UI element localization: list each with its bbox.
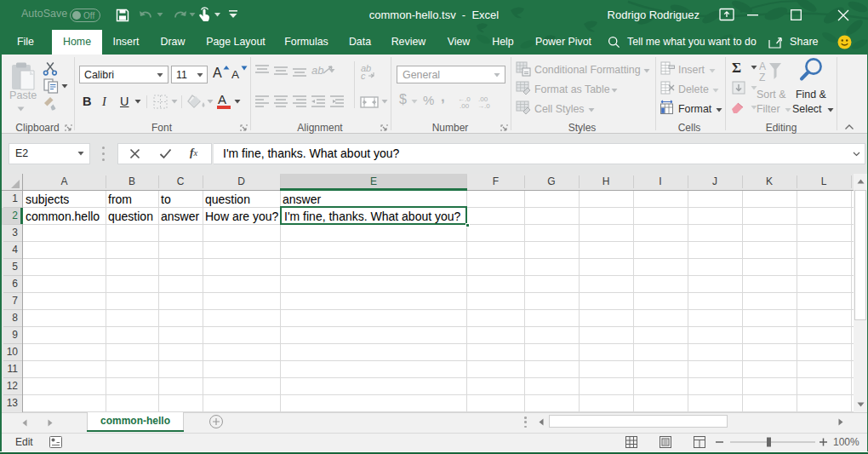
svg-text:Z: Z <box>759 72 765 83</box>
svg-text:A: A <box>759 60 766 72</box>
svg-text:c: c <box>361 71 366 81</box>
svg-text:→.0: →.0 <box>477 102 490 109</box>
svg-text:.00: .00 <box>460 102 470 109</box>
svg-text:ab: ab <box>311 64 323 77</box>
